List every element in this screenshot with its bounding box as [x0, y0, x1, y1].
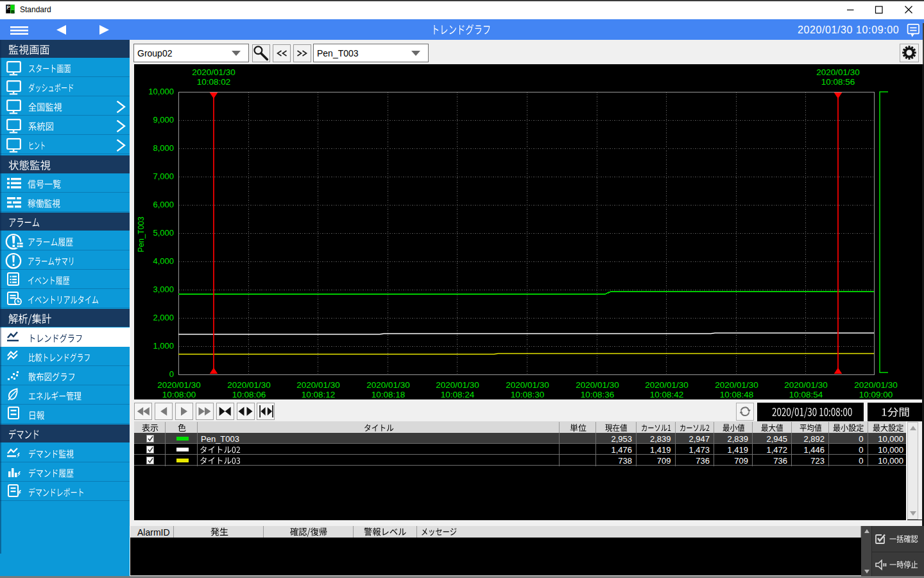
svg-text:B: B — [11, 9, 15, 13]
svg-text:P: P — [7, 4, 10, 10]
